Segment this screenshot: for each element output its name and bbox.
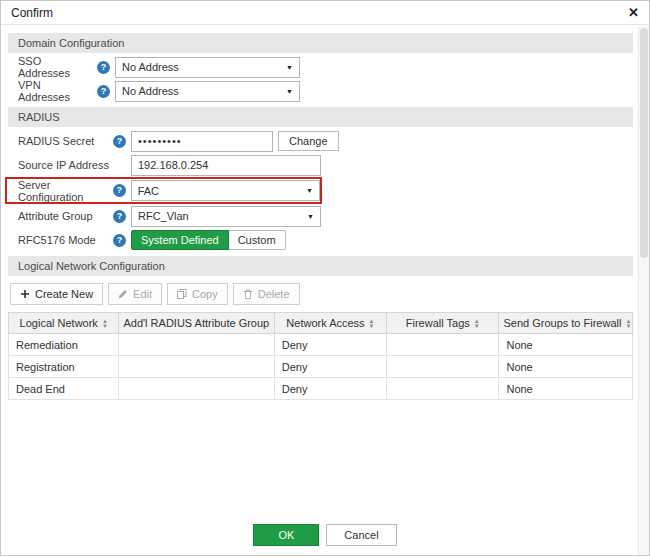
source-ip-input[interactable]	[131, 155, 321, 176]
cell-firewall-tags	[387, 334, 499, 356]
field-row-attribute-group: Attribute Group ? RFC_Vlan ▼	[8, 204, 633, 228]
cell-network-access: Deny	[274, 334, 386, 356]
dialog-body: Domain Configuration SSO Addresses ? No …	[1, 25, 649, 400]
column-header-logical-network[interactable]: Logical Network▲▼	[9, 313, 119, 334]
dialog-footer: OK Cancel	[1, 524, 649, 546]
chevron-down-icon: ▼	[307, 213, 314, 220]
cell-logical-network: Remediation	[9, 334, 119, 356]
field-row-vpn-addresses: VPN Addresses ? No Address ▼	[8, 79, 633, 103]
confirm-dialog: Confirm ✕ Domain Configuration SSO Addre…	[0, 0, 650, 556]
radius-secret-label: RADIUS Secret	[18, 135, 108, 147]
sso-addresses-select[interactable]: No Address ▼	[115, 57, 300, 78]
sso-addresses-label: SSO Addresses	[18, 55, 92, 79]
attribute-group-value: RFC_Vlan	[138, 210, 189, 222]
field-row-radius-secret: RADIUS Secret ? Change	[8, 129, 633, 153]
delete-label: Delete	[258, 288, 290, 300]
cell-attr-group	[119, 334, 274, 356]
cell-firewall-tags	[387, 356, 499, 378]
copy-label: Copy	[192, 288, 218, 300]
ok-button[interactable]: OK	[253, 524, 319, 546]
chevron-down-icon: ▼	[286, 88, 293, 95]
cancel-button[interactable]: Cancel	[326, 524, 396, 546]
create-new-label: Create New	[35, 288, 93, 300]
cell-firewall-tags	[387, 378, 499, 400]
attribute-group-select[interactable]: RFC_Vlan ▼	[131, 206, 321, 227]
radius-secret-input[interactable]	[131, 131, 273, 152]
vpn-addresses-value: No Address	[122, 85, 179, 97]
sort-icon: ▲▼	[625, 319, 631, 329]
table-row[interactable]: Remediation Deny None	[9, 334, 633, 356]
section-header-radius: RADIUS	[8, 107, 633, 127]
vpn-addresses-label: VPN Addresses	[18, 79, 92, 103]
vertical-scrollbar[interactable]	[638, 26, 649, 555]
help-icon[interactable]: ?	[113, 184, 126, 197]
change-secret-button[interactable]: Change	[278, 131, 339, 151]
dialog-titlebar: Confirm ✕	[1, 1, 649, 25]
field-row-sso-addresses: SSO Addresses ? No Address ▼	[8, 55, 633, 79]
column-header-send-groups[interactable]: Send Groups to Firewall▲▼	[499, 313, 633, 334]
section-header-domain-configuration: Domain Configuration	[8, 33, 633, 53]
trash-icon	[243, 289, 253, 299]
field-row-rfc5176-mode: RFC5176 Mode ? System Defined Custom	[8, 228, 633, 252]
cell-send-groups: None	[499, 334, 633, 356]
delete-button[interactable]: Delete	[233, 283, 300, 305]
cell-attr-group	[119, 356, 274, 378]
rfc5176-mode-toggle: System Defined Custom	[131, 230, 286, 250]
copy-icon	[177, 289, 187, 299]
cell-network-access: Deny	[274, 378, 386, 400]
rfc5176-custom-button[interactable]: Custom	[229, 230, 286, 250]
rfc5176-system-defined-button[interactable]: System Defined	[131, 230, 229, 250]
cell-send-groups: None	[499, 378, 633, 400]
column-header-firewall-tags[interactable]: Firewall Tags▲▼	[387, 313, 499, 334]
vpn-addresses-select[interactable]: No Address ▼	[115, 81, 300, 102]
logical-network-toolbar: Create New Edit Copy Delete	[8, 278, 633, 310]
help-icon[interactable]: ?	[97, 61, 110, 74]
server-configuration-value: FAC	[138, 185, 159, 197]
server-configuration-select[interactable]: FAC ▼	[131, 180, 320, 201]
cell-send-groups: None	[499, 356, 633, 378]
help-icon[interactable]: ?	[113, 210, 126, 223]
sso-addresses-value: No Address	[122, 61, 179, 73]
sort-icon: ▲▼	[474, 319, 480, 329]
cell-network-access: Deny	[274, 356, 386, 378]
rfc5176-mode-label: RFC5176 Mode	[18, 234, 108, 246]
copy-button[interactable]: Copy	[167, 283, 228, 305]
pencil-icon	[118, 289, 128, 299]
chevron-down-icon: ▼	[306, 187, 313, 194]
chevron-down-icon: ▼	[286, 64, 293, 71]
attribute-group-label: Attribute Group	[18, 210, 108, 222]
server-configuration-label: Server Configuration	[18, 179, 108, 203]
help-icon[interactable]: ?	[97, 85, 110, 98]
table-header-row: Logical Network▲▼ Add'l RADIUS Attribute…	[9, 313, 633, 334]
scrollbar-thumb[interactable]	[640, 28, 648, 258]
field-row-server-configuration: Server Configuration ? FAC ▼	[5, 177, 322, 204]
cell-attr-group	[119, 378, 274, 400]
help-icon[interactable]: ?	[113, 234, 126, 247]
help-icon[interactable]: ?	[113, 135, 126, 148]
edit-button[interactable]: Edit	[108, 283, 162, 305]
table-row[interactable]: Registration Deny None	[9, 356, 633, 378]
logical-network-table: Logical Network▲▼ Add'l RADIUS Attribute…	[8, 312, 633, 400]
close-icon[interactable]: ✕	[628, 6, 639, 19]
plus-icon	[20, 289, 30, 299]
field-row-source-ip: Source IP Address	[8, 153, 633, 177]
section-header-logical-network: Logical Network Configuration	[8, 256, 633, 276]
cell-logical-network: Registration	[9, 356, 119, 378]
sort-icon: ▲▼	[369, 319, 375, 329]
cell-logical-network: Dead End	[9, 378, 119, 400]
sort-icon: ▲▼	[102, 319, 108, 329]
edit-label: Edit	[133, 288, 152, 300]
column-header-attr-group[interactable]: Add'l RADIUS Attribute Group▲▼	[119, 313, 274, 334]
dialog-title: Confirm	[11, 6, 53, 20]
table-row[interactable]: Dead End Deny None	[9, 378, 633, 400]
column-header-network-access[interactable]: Network Access▲▼	[274, 313, 386, 334]
create-new-button[interactable]: Create New	[10, 283, 103, 305]
source-ip-label: Source IP Address	[18, 159, 126, 171]
